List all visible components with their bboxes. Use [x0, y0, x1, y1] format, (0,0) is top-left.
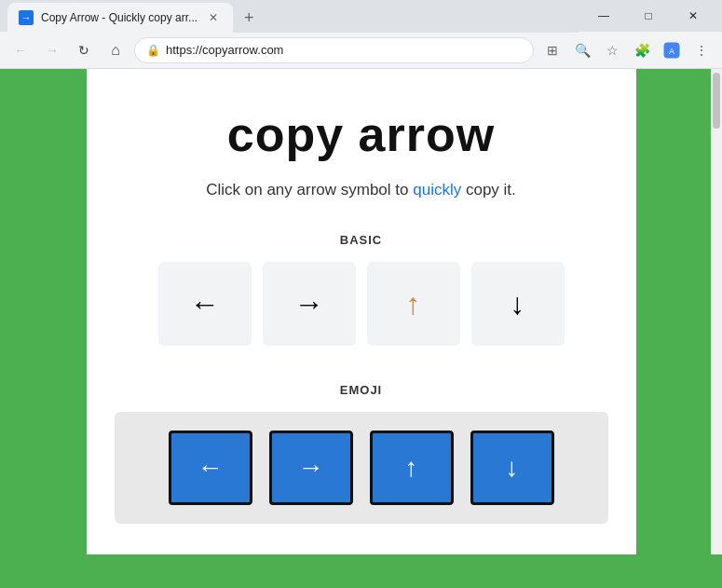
page-wrapper: copy arrow Click on any arrow symbol to …: [0, 69, 722, 554]
emoji-arrows-grid: ← → ↑ ↓: [115, 412, 608, 524]
subtitle-before: Click on any arrow symbol to: [206, 181, 413, 198]
forward-button[interactable]: →: [39, 37, 65, 63]
tab-close-button[interactable]: ✕: [205, 9, 222, 26]
address-bar-row: ← → ↻ ⌂ 🔒 https://copyarrow.com ⊞ 🔍 ☆ 🧩 …: [0, 32, 722, 69]
tab-bar: → Copy Arrow - Quickly copy arr... ✕ +: [7, 0, 579, 33]
page-content: copy arrow Click on any arrow symbol to …: [87, 69, 636, 554]
active-tab[interactable]: → Copy Arrow - Quickly copy arr... ✕: [7, 3, 233, 33]
emoji-right-arrow[interactable]: →: [269, 431, 353, 505]
window-controls: — □ ✕: [582, 0, 715, 32]
basic-right-arrow[interactable]: →: [263, 262, 356, 346]
svg-text:A: A: [669, 47, 674, 56]
scrollbar-track[interactable]: [711, 69, 722, 554]
close-button[interactable]: ✕: [672, 0, 715, 32]
home-button[interactable]: ⌂: [102, 37, 129, 63]
site-title: copy arrow: [227, 106, 495, 162]
emoji-section-label: EMOJI: [340, 383, 382, 397]
subtitle-highlight: quickly: [413, 181, 461, 198]
profile-button[interactable]: A: [659, 37, 685, 63]
scrollbar-thumb[interactable]: [713, 73, 720, 129]
basic-up-arrow[interactable]: ↑: [367, 262, 460, 346]
emoji-up-arrow[interactable]: ↑: [370, 431, 454, 505]
basic-arrows-grid: ← → ↑ ↓: [158, 262, 565, 346]
new-tab-button[interactable]: +: [233, 3, 266, 33]
zoom-button[interactable]: 🔍: [569, 37, 595, 63]
translate-button[interactable]: ⊞: [539, 37, 565, 63]
emoji-down-arrow[interactable]: ↓: [470, 431, 554, 505]
back-button[interactable]: ←: [7, 37, 34, 63]
basic-left-arrow[interactable]: ←: [158, 262, 252, 346]
menu-button[interactable]: ⋮: [688, 37, 715, 63]
subtitle: Click on any arrow symbol to quickly cop…: [206, 181, 516, 199]
basic-down-arrow[interactable]: ↓: [471, 262, 565, 346]
emoji-left-arrow[interactable]: ←: [169, 431, 252, 505]
title-bar: → Copy Arrow - Quickly copy arr... ✕ + —…: [0, 0, 722, 32]
tab-favicon: →: [19, 10, 34, 25]
url-text: https://copyarrow.com: [166, 43, 283, 57]
extensions-button[interactable]: 🧩: [629, 37, 655, 63]
bookmark-button[interactable]: ☆: [599, 37, 625, 63]
refresh-button[interactable]: ↻: [71, 37, 97, 63]
tab-label: Copy Arrow - Quickly copy arr...: [41, 11, 198, 24]
toolbar-icons: ⊞ 🔍 ☆ 🧩 A ⋮: [539, 37, 715, 63]
lock-icon: 🔒: [146, 44, 160, 57]
minimize-button[interactable]: —: [582, 0, 625, 32]
browser-chrome: → Copy Arrow - Quickly copy arr... ✕ + —…: [0, 0, 722, 69]
maximize-button[interactable]: □: [627, 0, 670, 32]
address-bar[interactable]: 🔒 https://copyarrow.com: [134, 37, 534, 63]
subtitle-after: copy it.: [461, 181, 516, 198]
basic-section-label: BASIC: [340, 233, 382, 247]
